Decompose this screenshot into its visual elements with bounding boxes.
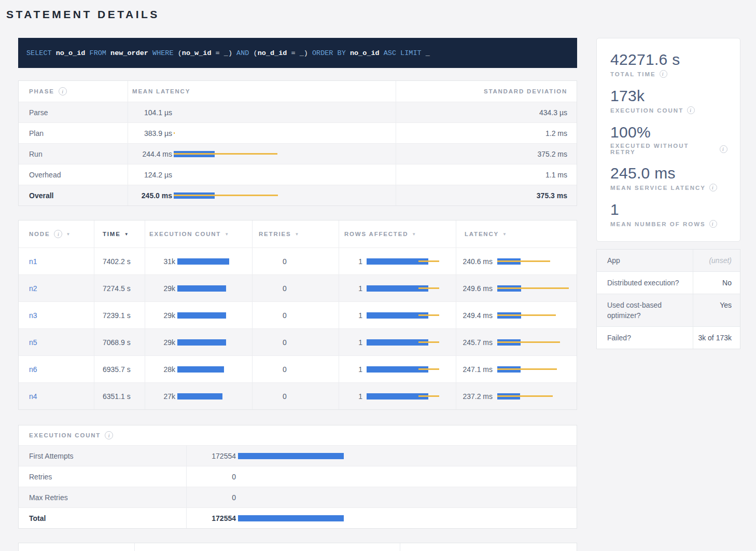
phase-row-overhead: Overhead 124.2 µs 1.1 ms xyxy=(19,164,577,185)
phase-name: Overall xyxy=(19,185,128,205)
sort-arrow-icon[interactable]: ▼ xyxy=(412,232,416,237)
exec-row-label: Retries xyxy=(19,466,186,487)
time-value: 7402.2 s xyxy=(94,248,145,274)
attribute-value: 3k of 173k xyxy=(693,327,740,349)
attribute-row-distributed-execution: Distributed execution? No xyxy=(597,271,740,294)
node-link[interactable]: n2 xyxy=(29,284,37,293)
rows-affected-bar xyxy=(367,257,456,266)
stat-executed-without-retry: 100% EXECUTED WITHOUT RETRYi xyxy=(610,123,727,155)
time-value: 6935.7 s xyxy=(94,356,145,382)
phase-column-header: PHASE xyxy=(29,88,54,94)
node-link[interactable]: n6 xyxy=(29,365,37,374)
info-icon[interactable]: i xyxy=(709,220,717,228)
rows-affected-bar xyxy=(367,365,456,374)
rows-affected-bar xyxy=(367,311,456,320)
latency-value: 240.6 ms xyxy=(459,257,493,266)
node-row-n4: n46351.1 s27k01237.2 ms xyxy=(19,382,577,409)
time-value: 7274.5 s xyxy=(94,275,145,301)
latency-bar xyxy=(174,150,396,158)
execution-count-value: 27k xyxy=(149,392,175,401)
exec-row-max-retries: Max Retries 0 xyxy=(19,487,577,507)
latency-bar xyxy=(497,311,573,320)
execution-count-info-icon[interactable]: i xyxy=(105,431,113,439)
sort-arrow-icon[interactable]: ▼ xyxy=(124,232,129,237)
latency-bar xyxy=(497,392,573,401)
count-bar xyxy=(238,514,549,522)
phase-row-plan: Plan 383.9 µs 1.2 ms xyxy=(19,122,577,143)
std-dev-value: 375.2 ms xyxy=(396,144,578,164)
sort-arrow-icon[interactable]: ▼ xyxy=(225,232,229,237)
phase-name: Parse xyxy=(19,102,128,122)
count-bar xyxy=(238,452,549,460)
count-bar xyxy=(238,473,549,481)
stat-execution-count: 173k EXECUTION COUNTi xyxy=(610,87,727,114)
sort-arrow-icon[interactable]: ▼ xyxy=(66,232,70,237)
exec-row-total: Total 172554 xyxy=(19,507,577,528)
sort-arrow-icon[interactable]: ▼ xyxy=(502,232,507,237)
exec-row-label: Max Retries xyxy=(19,487,186,507)
node-row-n5: n57068.9 s29k01245.7 ms xyxy=(19,328,577,355)
std-dev-value: 1.2 ms xyxy=(396,123,578,143)
execution-count-column-header[interactable]: EXECUTION COUNT ▼ xyxy=(145,221,252,247)
execution-count-value: 29k xyxy=(149,311,175,320)
retries-value: 0 xyxy=(259,365,311,374)
attribute-value: Yes xyxy=(693,294,740,326)
node-info-icon[interactable]: i xyxy=(54,230,62,238)
attribute-value: (unset) xyxy=(693,250,740,271)
latency-value: 247.1 ms xyxy=(459,365,493,374)
sort-arrow-icon[interactable]: ▼ xyxy=(295,232,299,237)
attribute-row-failed: Failed? 3k of 173k xyxy=(597,326,740,349)
execution-count-table: EXECUTION COUNT i First Attempts 172554 … xyxy=(18,425,577,529)
stat-mean-service-latency: 245.0 ms MEAN SERVICE LATENCYi xyxy=(610,164,727,191)
latency-column-header[interactable]: LATENCY ▼ xyxy=(456,221,578,247)
execution-count-value: 29k xyxy=(149,338,175,347)
attribute-label: App xyxy=(597,250,693,271)
node-link[interactable]: n1 xyxy=(29,257,37,266)
info-icon[interactable]: i xyxy=(709,184,717,191)
rows-affected-value: 1 xyxy=(339,311,362,320)
rows-affected-column-header[interactable]: ROWS AFFECTED ▼ xyxy=(339,221,456,247)
time-column-header[interactable]: TIME ▼ xyxy=(94,221,145,247)
phase-name: Run xyxy=(19,144,128,164)
node-link[interactable]: n3 xyxy=(29,311,37,320)
std-dev-value: 1.1 ms xyxy=(396,164,578,185)
exec-row-value: 172554 xyxy=(193,514,236,522)
exec-row-value: 0 xyxy=(193,473,236,481)
execution-count-value: 28k xyxy=(149,365,175,374)
rows-affected-bar xyxy=(367,338,456,347)
stat-value: 42271.6 s xyxy=(610,51,727,68)
mean-latency-column-header: MEAN LATENCY xyxy=(132,88,190,94)
info-icon[interactable]: i xyxy=(660,70,667,78)
rows-affected-table: MEAN ROWS STANDARD DEVIATION Rows Affect… xyxy=(18,543,577,551)
rows-affected-value: 1 xyxy=(339,284,362,293)
phase-info-icon[interactable]: i xyxy=(59,87,67,95)
node-row-n6: n66935.7 s28k01247.1 ms xyxy=(19,355,577,382)
execution-count-value: 29k xyxy=(149,284,175,293)
info-icon[interactable]: i xyxy=(720,145,727,153)
latency-value: 249.4 ms xyxy=(459,311,493,320)
execution-count-bar xyxy=(177,284,252,293)
node-column-header[interactable]: NODE i ▼ xyxy=(19,221,94,247)
attribute-label: Distributed execution? xyxy=(597,272,693,294)
node-link[interactable]: n5 xyxy=(29,338,37,347)
page-title: STATEMENT DETAILS xyxy=(6,8,756,21)
standard-deviation-column-header: STANDARD DEVIATION xyxy=(484,88,567,94)
node-row-n1: n17402.2 s31k01240.6 ms xyxy=(19,247,577,274)
phase-row-parse: Parse 104.1 µs 434.3 µs xyxy=(19,102,577,122)
retries-value: 0 xyxy=(259,392,311,401)
retries-column-header[interactable]: RETRIES ▼ xyxy=(252,221,339,247)
phase-name: Plan xyxy=(19,123,128,143)
latency-bar xyxy=(174,191,396,200)
stat-value: 1 xyxy=(610,201,727,218)
stat-total-time: 42271.6 s TOTAL TIMEi xyxy=(610,51,727,78)
statement-details-page: STATEMENT DETAILS SELECT no_o_id FROM ne… xyxy=(0,0,756,551)
count-bar xyxy=(238,493,549,502)
mean-latency-value: 104.1 µs xyxy=(132,108,172,117)
attribute-row-app: App (unset) xyxy=(597,250,740,271)
node-row-n3: n37239.1 s29k01249.4 ms xyxy=(19,301,577,328)
phase-row-run: Run 244.4 ms 375.2 ms xyxy=(19,143,577,164)
mean-latency-value: 244.4 ms xyxy=(132,150,172,158)
info-icon[interactable]: i xyxy=(687,106,695,114)
node-link[interactable]: n4 xyxy=(29,392,37,401)
phase-row-overall: Overall 245.0 ms 375.3 ms xyxy=(19,185,577,205)
